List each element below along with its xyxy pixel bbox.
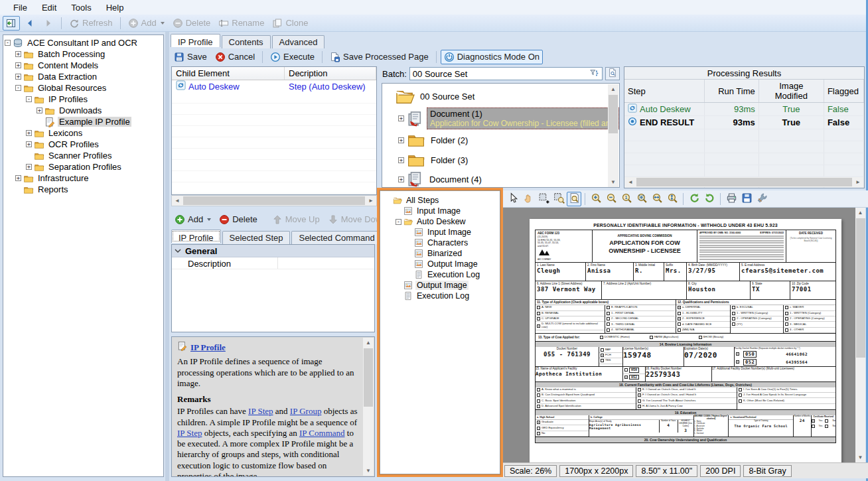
save-image-button[interactable] [739, 192, 754, 206]
help-vscrollbar[interactable]: ▲▼ [363, 338, 374, 476]
rotate-left-button[interactable] [687, 192, 701, 206]
batch-dropdown[interactable]: 00 Source Set [409, 67, 603, 80]
delete-button[interactable]: Delete [169, 16, 214, 31]
zoom-out-button[interactable] [604, 192, 618, 206]
checkbox-item-1-eligibility[interactable]: 1 - ELIGIBILITY [676, 311, 730, 316]
scrollbar-thumb[interactable] [183, 196, 365, 205]
expander-plus-icon[interactable]: + [398, 137, 404, 143]
property-row-description[interactable]: Description [172, 257, 374, 269]
clone-button[interactable]: Clone [269, 16, 311, 31]
batch-document-info-button[interactable] [605, 67, 620, 80]
vocational-cell[interactable]: c. Vocational/TechnicalType of TrainingT… [729, 415, 794, 437]
expander-plus-icon[interactable]: + [398, 157, 404, 163]
expander-plus-icon[interactable]: + [15, 51, 21, 57]
field-6-address-line-1-street-address[interactable]: 6. Address Line 1 (Street Address)387 Ve… [536, 281, 602, 299]
checkbox-item-1-written-category[interactable]: 1 - WRITTEN (Category) [731, 311, 783, 316]
zoom-width-button[interactable] [650, 192, 664, 206]
results-column-run-time[interactable]: Run Time [704, 80, 759, 103]
expiration-cell[interactable]: Expiration Date(s)07/2020 [684, 347, 735, 366]
steps-tree-item-execution-log[interactable]: Execution Log [384, 269, 500, 280]
checkbox-item-b-can-distinguish-biped-from-quadruped[interactable]: B. Can Distinguish Biped from Quadruped [536, 393, 636, 398]
checkbox-item-d-advanced-spot-identification[interactable]: D. Advanced Spot Identification [536, 404, 636, 409]
batch-item-folder-2[interactable]: +Folder (2) [385, 131, 619, 149]
scroll-arrow-right-icon[interactable]: ► [366, 196, 376, 206]
help-link-ip-step[interactable]: IP Step [177, 428, 202, 438]
checkbox-item-c-upgrade[interactable]: C. UPGRADE [536, 316, 605, 322]
facility-name-cell[interactable]: 15. Name of Applicant's FacilityApotheca… [536, 367, 623, 381]
checkbox-item-c-waiver[interactable]: c. WAIVER [784, 305, 835, 310]
pan-button[interactable] [521, 192, 536, 206]
help-link-ip-command[interactable]: IP Command [299, 428, 345, 438]
panel-splitter[interactable] [165, 32, 169, 481]
print-button[interactable] [724, 192, 739, 206]
scroll-arrow-down-icon[interactable]: ▼ [855, 452, 866, 462]
add-button[interactable]: Add [171, 212, 214, 227]
nav-tree-item-ace-consultant-ip-and-ocr[interactable]: -ACE Consultant IP and OCR [3, 37, 163, 48]
batch-vscrollbar[interactable]: ▲▼ [608, 84, 618, 187]
checkbox-item-c-basic-spot-identification[interactable]: C. Basic Spot Identification [536, 398, 636, 403]
show-hide-panel-button[interactable] [3, 16, 20, 31]
docket-cell[interactable]: Docket Number055 - 761349 [536, 347, 599, 366]
settings-button[interactable] [755, 192, 769, 206]
results-row-auto-deskew[interactable]: Auto Deskew93msTrueFalse [624, 103, 864, 116]
steps-tree-item-execution-log[interactable]: Execution Log [384, 291, 500, 301]
scroll-arrow-up-icon[interactable]: ▲ [363, 338, 374, 348]
nav-tree-item-downloads[interactable]: +Downloads [3, 105, 163, 116]
batch-item-document-4[interactable]: +Document (4) [385, 171, 619, 188]
scroll-arrow-down-icon[interactable]: ▼ [363, 466, 374, 476]
field-2-first-name[interactable]: 2. First NameAnissa [586, 263, 634, 281]
expander-plus-icon[interactable]: + [15, 74, 21, 80]
hs-option-graduate[interactable]: Graduate [536, 420, 589, 425]
expander-minus-icon[interactable]: - [5, 40, 11, 46]
expander-minus-icon[interactable]: - [15, 85, 21, 91]
steps-tree-item-output-image[interactable]: Output Image [384, 280, 500, 291]
steps-tree-item-auto-deskew[interactable]: -Auto Deskew [384, 216, 500, 227]
additional-docket-cell[interactable]: 17. Additional Facility Docket Number(s)… [712, 367, 835, 381]
field-5-e-mail-address[interactable]: 5. E-mail Addresscfears5@sitemeter.com [740, 263, 835, 281]
tab-advanced[interactable]: Advanced [272, 35, 325, 48]
scroll-arrow-left-icon[interactable]: ◄ [172, 196, 182, 206]
execute-button[interactable]: Execute [267, 50, 318, 64]
expander-plus-icon[interactable]: + [26, 141, 32, 147]
checkbox-item-b-renewal[interactable]: B. RENEWAL [536, 311, 605, 316]
expander-minus-icon[interactable]: - [396, 219, 401, 225]
checkbox-item-mm-n-a[interactable]: (MM) N/A [676, 328, 730, 333]
checkbox-item-4-withdrawal[interactable]: 4 - WITHDRAWAL [605, 328, 675, 333]
viewer-vscrollbar[interactable]: ▲▼ [855, 208, 865, 462]
cow-type-farm-agriculture[interactable]: FARM (Agriculture) [648, 335, 680, 340]
batch-item-document-1[interactable]: +Document (1)Application for Cow Ownersh… [385, 107, 619, 129]
facility-docket-row[interactable]: 05264395564 [735, 358, 835, 366]
zoom-actual-button[interactable]: 1 [619, 192, 634, 206]
scrollbar-thumb[interactable] [636, 178, 852, 186]
expander-plus-icon[interactable]: + [36, 107, 42, 113]
zoom-in-button[interactable] [589, 192, 603, 206]
results-column-image-modified[interactable]: Image Modified [759, 80, 824, 103]
expander-plus-icon[interactable]: + [398, 176, 404, 182]
help-link-ip-group[interactable]: IP Group [290, 406, 322, 416]
checkbox-item-1-first-denial[interactable]: 1 - FIRST DENIAL [605, 311, 675, 316]
field-7-address-line-2-apt-unit-number[interactable]: 7. Address Line 2 (Apt/Unit Number) [602, 281, 687, 299]
delete-button[interactable]: Delete [216, 212, 261, 227]
expander-minus-icon[interactable]: - [26, 96, 32, 102]
certificate-row[interactable]: YesNo [812, 423, 835, 429]
expander-plus-icon[interactable]: + [15, 62, 21, 68]
expander-plus-icon[interactable]: + [15, 175, 21, 181]
nav-tree-item-global-resources[interactable]: -Global Resources [3, 82, 163, 94]
certificate-row[interactable]: YesNo [812, 418, 835, 423]
tab-ip-profile[interactable]: IP Profile [171, 230, 221, 243]
checkbox-item-a-new[interactable]: A. NEW [536, 305, 605, 310]
checkbox-item-f-i-owned-an-ostrich-once-and-i-hated-it[interactable]: F. I Owned an Ostrich Once, and I Hated … [636, 393, 737, 398]
menu-edit[interactable]: Edit [35, 1, 63, 14]
scrollbar-thumb[interactable] [856, 218, 865, 358]
hs-option-no[interactable]: No [536, 431, 589, 437]
expander-plus-icon[interactable]: + [26, 164, 32, 170]
results-hscrollbar[interactable]: ◄► [625, 177, 863, 187]
checkbox-item-d-date-passed-bce[interactable]: d. DATE PASSED BCE [676, 322, 730, 327]
checkbox-item-k-other-must-be-cow-related[interactable]: K. Other (Must Be Cow-Related) [737, 398, 835, 403]
license-type-tbs[interactable]: TBS [599, 358, 622, 364]
nav-tree-item-batch-processing[interactable]: +Batch Processing [3, 48, 163, 60]
facility-docket16-cell[interactable]: 16. Facility Docket Number22579343 [646, 367, 712, 381]
cow-type-show-beauty[interactable]: SHOW (Beauty) [697, 335, 725, 340]
checkbox-item-4-other[interactable]: 4 - OTHER [784, 328, 835, 333]
batch-item-00-source-set[interactable]: 00 Source Set [385, 86, 619, 106]
